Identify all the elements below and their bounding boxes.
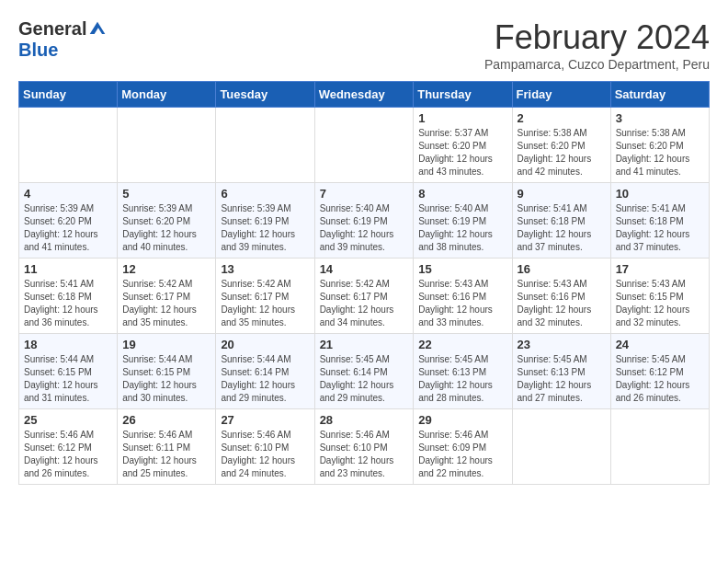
weekday-header-thursday: Thursday (414, 82, 512, 108)
calendar-cell: 12Sunrise: 5:42 AM Sunset: 6:17 PM Dayli… (118, 259, 216, 334)
calendar-cell (216, 108, 314, 183)
calendar-cell: 11Sunrise: 5:41 AM Sunset: 6:18 PM Dayli… (19, 259, 118, 334)
calendar-cell (19, 108, 118, 183)
day-info: Sunrise: 5:45 AM Sunset: 6:14 PM Dayligh… (320, 353, 409, 405)
calendar-cell: 19Sunrise: 5:44 AM Sunset: 6:15 PM Dayli… (118, 334, 216, 409)
day-number: 13 (221, 262, 309, 276)
day-number: 25 (24, 413, 112, 427)
day-number: 3 (616, 111, 704, 125)
day-number: 27 (221, 413, 309, 427)
day-info: Sunrise: 5:39 AM Sunset: 6:20 PM Dayligh… (122, 202, 210, 254)
day-number: 9 (518, 187, 606, 201)
calendar-cell (314, 108, 414, 183)
calendar-cell: 3Sunrise: 5:38 AM Sunset: 6:20 PM Daylig… (610, 108, 709, 183)
day-number: 1 (418, 111, 506, 125)
day-info: Sunrise: 5:41 AM Sunset: 6:18 PM Dayligh… (24, 278, 112, 329)
day-info: Sunrise: 5:39 AM Sunset: 6:19 PM Dayligh… (221, 202, 309, 254)
day-number: 24 (616, 338, 704, 351)
calendar-cell: 23Sunrise: 5:45 AM Sunset: 6:13 PM Dayli… (512, 334, 610, 409)
calendar-week-1: 1Sunrise: 5:37 AM Sunset: 6:20 PM Daylig… (19, 108, 710, 183)
weekday-header-monday: Monday (118, 82, 216, 108)
day-number: 4 (24, 187, 112, 201)
day-number: 20 (221, 338, 309, 351)
day-info: Sunrise: 5:46 AM Sunset: 6:10 PM Dayligh… (221, 429, 309, 480)
day-info: Sunrise: 5:42 AM Sunset: 6:17 PM Dayligh… (221, 278, 309, 329)
calendar-cell: 13Sunrise: 5:42 AM Sunset: 6:17 PM Dayli… (216, 259, 314, 334)
calendar-week-5: 25Sunrise: 5:46 AM Sunset: 6:12 PM Dayli… (19, 409, 710, 485)
day-info: Sunrise: 5:42 AM Sunset: 6:17 PM Dayligh… (320, 278, 409, 329)
title-section: February 2024 Pampamarca, Cuzco Departme… (484, 18, 710, 72)
calendar-cell: 18Sunrise: 5:44 AM Sunset: 6:15 PM Dayli… (19, 334, 118, 409)
day-info: Sunrise: 5:40 AM Sunset: 6:19 PM Dayligh… (320, 202, 409, 254)
day-number: 12 (122, 262, 210, 276)
weekday-header-saturday: Saturday (610, 82, 709, 108)
day-number: 19 (122, 338, 210, 351)
day-number: 5 (122, 187, 210, 201)
location: Pampamarca, Cuzco Department, Peru (484, 57, 710, 72)
calendar-cell: 24Sunrise: 5:45 AM Sunset: 6:12 PM Dayli… (610, 334, 709, 409)
calendar-cell: 14Sunrise: 5:42 AM Sunset: 6:17 PM Dayli… (314, 259, 414, 334)
day-number: 6 (221, 187, 309, 201)
day-number: 22 (418, 338, 506, 351)
day-number: 15 (418, 262, 506, 276)
day-number: 23 (518, 338, 606, 351)
day-number: 8 (418, 187, 506, 201)
calendar-week-4: 18Sunrise: 5:44 AM Sunset: 6:15 PM Dayli… (19, 334, 710, 409)
day-number: 17 (616, 262, 704, 276)
calendar-cell: 9Sunrise: 5:41 AM Sunset: 6:18 PM Daylig… (512, 183, 610, 259)
calendar-table: SundayMondayTuesdayWednesdayThursdayFrid… (18, 81, 710, 485)
calendar-cell: 28Sunrise: 5:46 AM Sunset: 6:10 PM Dayli… (314, 409, 414, 485)
day-number: 11 (24, 262, 112, 276)
day-info: Sunrise: 5:38 AM Sunset: 6:20 PM Dayligh… (518, 127, 606, 178)
day-info: Sunrise: 5:43 AM Sunset: 6:16 PM Dayligh… (418, 278, 506, 329)
day-number: 7 (320, 187, 409, 201)
logo-icon (88, 20, 107, 39)
day-number: 10 (616, 187, 704, 201)
day-info: Sunrise: 5:46 AM Sunset: 6:12 PM Dayligh… (24, 429, 112, 480)
weekday-header-friday: Friday (512, 82, 610, 108)
calendar-cell: 15Sunrise: 5:43 AM Sunset: 6:16 PM Dayli… (414, 259, 512, 334)
day-number: 2 (518, 111, 606, 125)
logo: General Blue (18, 18, 107, 61)
calendar-cell: 17Sunrise: 5:43 AM Sunset: 6:15 PM Dayli… (610, 259, 709, 334)
weekday-header-wednesday: Wednesday (314, 82, 414, 108)
day-info: Sunrise: 5:45 AM Sunset: 6:12 PM Dayligh… (616, 353, 704, 405)
calendar-cell: 21Sunrise: 5:45 AM Sunset: 6:14 PM Dayli… (314, 334, 414, 409)
calendar-week-2: 4Sunrise: 5:39 AM Sunset: 6:20 PM Daylig… (19, 183, 710, 259)
day-number: 16 (518, 262, 606, 276)
day-number: 18 (24, 338, 112, 351)
calendar-cell: 10Sunrise: 5:41 AM Sunset: 6:18 PM Dayli… (610, 183, 709, 259)
calendar-cell: 27Sunrise: 5:46 AM Sunset: 6:10 PM Dayli… (216, 409, 314, 485)
day-number: 26 (122, 413, 210, 427)
day-info: Sunrise: 5:45 AM Sunset: 6:13 PM Dayligh… (518, 353, 606, 405)
day-number: 14 (320, 262, 409, 276)
calendar-cell: 26Sunrise: 5:46 AM Sunset: 6:11 PM Dayli… (118, 409, 216, 485)
day-info: Sunrise: 5:40 AM Sunset: 6:19 PM Dayligh… (418, 202, 506, 254)
calendar-cell: 1Sunrise: 5:37 AM Sunset: 6:20 PM Daylig… (414, 108, 512, 183)
day-info: Sunrise: 5:46 AM Sunset: 6:10 PM Dayligh… (320, 429, 409, 480)
day-info: Sunrise: 5:46 AM Sunset: 6:11 PM Dayligh… (122, 429, 210, 480)
calendar-cell: 29Sunrise: 5:46 AM Sunset: 6:09 PM Dayli… (414, 409, 512, 485)
day-info: Sunrise: 5:41 AM Sunset: 6:18 PM Dayligh… (616, 202, 704, 254)
calendar-cell: 5Sunrise: 5:39 AM Sunset: 6:20 PM Daylig… (118, 183, 216, 259)
logo-blue: Blue (18, 40, 58, 61)
day-info: Sunrise: 5:44 AM Sunset: 6:15 PM Dayligh… (24, 353, 112, 405)
calendar-cell: 16Sunrise: 5:43 AM Sunset: 6:16 PM Dayli… (512, 259, 610, 334)
weekday-header-tuesday: Tuesday (216, 82, 314, 108)
day-info: Sunrise: 5:43 AM Sunset: 6:16 PM Dayligh… (518, 278, 606, 329)
day-info: Sunrise: 5:39 AM Sunset: 6:20 PM Dayligh… (24, 202, 112, 254)
calendar-cell: 7Sunrise: 5:40 AM Sunset: 6:19 PM Daylig… (314, 183, 414, 259)
month-title: February 2024 (484, 18, 710, 57)
calendar-cell: 22Sunrise: 5:45 AM Sunset: 6:13 PM Dayli… (414, 334, 512, 409)
day-info: Sunrise: 5:46 AM Sunset: 6:09 PM Dayligh… (418, 429, 506, 480)
weekday-header-sunday: Sunday (19, 82, 118, 108)
day-info: Sunrise: 5:43 AM Sunset: 6:15 PM Dayligh… (616, 278, 704, 329)
logo-general: General (18, 18, 86, 40)
calendar-cell: 25Sunrise: 5:46 AM Sunset: 6:12 PM Dayli… (19, 409, 118, 485)
day-number: 29 (418, 413, 506, 427)
calendar-cell (512, 409, 610, 485)
calendar-cell: 8Sunrise: 5:40 AM Sunset: 6:19 PM Daylig… (414, 183, 512, 259)
day-info: Sunrise: 5:44 AM Sunset: 6:14 PM Dayligh… (221, 353, 309, 405)
weekday-header-row: SundayMondayTuesdayWednesdayThursdayFrid… (19, 82, 710, 108)
day-info: Sunrise: 5:37 AM Sunset: 6:20 PM Dayligh… (418, 127, 506, 178)
